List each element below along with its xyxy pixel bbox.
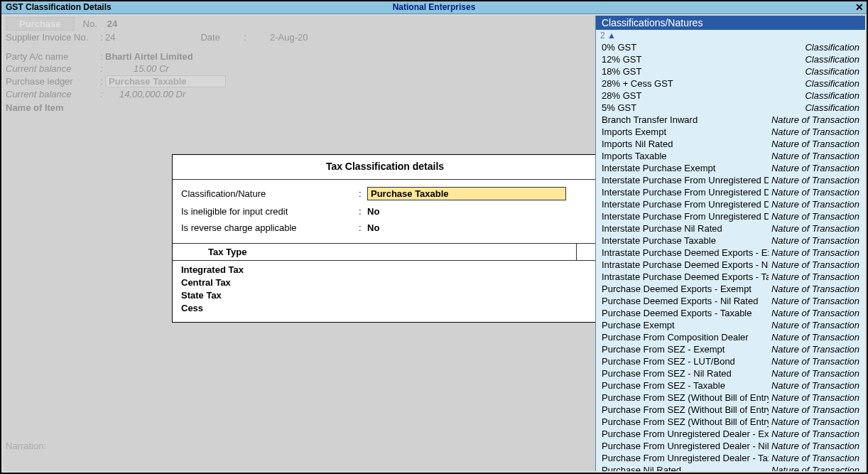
list-item[interactable]: Purchase From SEZ - ExemptNature of Tran… [596, 343, 865, 355]
reverse-value[interactable]: No [367, 222, 379, 233]
list-item[interactable]: Branch Transfer InwardNature of Transact… [596, 114, 865, 126]
ledger-value-box[interactable]: Purchase Taxable [105, 75, 226, 87]
tax-item: State Tax [181, 289, 589, 302]
list-item[interactable]: Purchase From SEZ - TaxableNature of Tra… [596, 379, 865, 392]
list-item[interactable]: Purchase Deemed Exports - Nil RatedNatur… [596, 295, 865, 307]
list-item[interactable]: Purchase Deemed Exports - ExemptNature o… [596, 283, 865, 295]
tax-list: Integrated TaxCentral TaxState TaxCess [173, 261, 597, 322]
list-item[interactable]: Purchase From SEZ (Without Bill of Entry… [596, 416, 865, 428]
list-item[interactable]: Purchase From SEZ (Without Bill of Entry… [596, 392, 865, 404]
list-item[interactable]: Purchase Deemed Exports - TaxableNature … [596, 307, 865, 319]
list-item[interactable]: Purchase From SEZ (Without Bill of Entry… [596, 404, 865, 416]
list-item-name: 12% GST [602, 53, 802, 65]
list-item-name: Imports Taxable [602, 150, 769, 162]
tax-item: Cess [181, 302, 589, 315]
list-item-name: 5% GST [602, 102, 802, 114]
list-item[interactable]: 5% GSTClassification [596, 102, 865, 114]
list-item-name: Purchase Nil Rated [602, 464, 769, 471]
list-item[interactable]: Imports TaxableNature of Transaction [596, 150, 865, 162]
list-item-name: Interstate Purchase Exempt [602, 162, 769, 174]
list-item-type: Nature of Transaction [771, 283, 859, 295]
date-value: 2-Aug-20 [270, 32, 308, 43]
list-item-name: Purchase From Unregistered Dealer - Nil … [602, 440, 769, 452]
list-item-name: Purchase Exempt [602, 319, 769, 331]
ineligible-label: Is ineligible for input credit [181, 206, 359, 217]
list-item-type: Nature of Transaction [771, 331, 859, 343]
classification-input[interactable]: Purchase Taxable [367, 187, 566, 200]
tax-item: Integrated Tax [181, 264, 589, 276]
list-item-type: Nature of Transaction [771, 198, 859, 210]
list-item-name: Intrastate Purchase Deemed Exports - Exe… [602, 247, 769, 259]
list-item[interactable]: 28% GSTClassification [596, 90, 865, 102]
classifications-list[interactable]: 0% GSTClassification12% GSTClassificatio… [596, 41, 865, 471]
list-item-name: Purchase From SEZ - Exempt [602, 343, 769, 355]
filter-row: 2 ▲ [596, 30, 865, 41]
list-item-name: Interstate Purchase From Unregistered De… [602, 186, 769, 198]
item-name-label: Name of Item [6, 102, 64, 113]
list-item-type: Nature of Transaction [771, 307, 859, 319]
list-item-type: Nature of Transaction [771, 186, 859, 198]
list-item-type: Nature of Transaction [771, 452, 859, 464]
list-item[interactable]: Interstate Purchase From Unregistered De… [596, 198, 865, 210]
list-item[interactable]: 28% + Cess GSTClassification [596, 77, 865, 90]
list-item-type: Nature of Transaction [771, 247, 859, 259]
list-item[interactable]: Interstate Purchase ExemptNature of Tran… [596, 162, 865, 174]
list-item-name: 0% GST [602, 41, 802, 53]
list-item-name: 18% GST [602, 65, 802, 77]
list-item[interactable]: Interstate Purchase From Unregistered De… [596, 186, 865, 198]
list-item-type: Nature of Transaction [771, 162, 859, 174]
list-item[interactable]: Interstate Purchase From Unregistered De… [596, 210, 865, 222]
list-item[interactable]: Purchase From Composition DealerNature o… [596, 331, 865, 343]
list-item[interactable]: 12% GSTClassification [596, 53, 865, 65]
list-item-name: Interstate Purchase From Unregistered De… [602, 174, 769, 186]
list-item-name: Intrastate Purchase Deemed Exports - Nil… [602, 259, 769, 271]
classifications-side-panel: Classifications/Natures 2 ▲ 0% GSTClassi… [595, 16, 865, 471]
list-item-type: Classification [805, 77, 859, 90]
list-item-type: Classification [805, 102, 859, 114]
list-item-type: Nature of Transaction [771, 416, 859, 428]
list-item[interactable]: Imports ExemptNature of Transaction [596, 126, 865, 138]
date-label: Date [200, 32, 219, 43]
list-item[interactable]: Intrastate Purchase Deemed Exports - Exe… [596, 247, 865, 259]
list-item[interactable]: Purchase ExemptNature of Transaction [596, 319, 865, 331]
list-item-type: Nature of Transaction [771, 404, 859, 416]
list-item-type: Nature of Transaction [771, 440, 859, 452]
list-item[interactable]: Purchase From SEZ - Nil RatedNature of T… [596, 367, 865, 379]
list-item-name: Purchase From SEZ - Taxable [602, 379, 769, 392]
title-center: National Enterprises [393, 1, 476, 13]
no-label: No. [83, 18, 97, 29]
list-item-name: Imports Exempt [602, 126, 769, 138]
list-item[interactable]: Purchase From Unregistered Dealer - Nil … [596, 440, 865, 452]
list-item[interactable]: 18% GSTClassification [596, 65, 865, 77]
list-item[interactable]: Interstate Purchase Nil RatedNature of T… [596, 222, 865, 235]
list-item-name: Interstate Purchase From Unregistered De… [602, 198, 769, 210]
list-item-type: Nature of Transaction [771, 319, 859, 331]
list-item[interactable]: Interstate Purchase From Unregistered De… [596, 174, 865, 186]
list-item-name: Branch Transfer Inward [602, 114, 769, 126]
ineligible-value[interactable]: No [367, 206, 379, 217]
close-icon[interactable]: ✕ [855, 1, 864, 13]
list-item[interactable]: Purchase From Unregistered Dealer - Exem… [596, 428, 865, 440]
tax-type-header: Tax Type [173, 243, 597, 261]
voucher-type-button[interactable]: Purchase [6, 17, 75, 31]
list-item-name: Purchase From SEZ (Without Bill of Entry… [602, 416, 769, 428]
list-item-type: Nature of Transaction [771, 392, 859, 404]
list-item-type: Classification [805, 65, 859, 77]
cur-bal-label2: Current balance [6, 89, 98, 99]
list-item-type: Nature of Transaction [771, 138, 859, 150]
list-item-type: Nature of Transaction [771, 379, 859, 392]
list-item-name: Purchase From Unregistered Dealer - Taxa… [602, 452, 769, 464]
list-item[interactable]: 0% GSTClassification [596, 41, 865, 53]
list-item[interactable]: Imports Nil RatedNature of Transaction [596, 138, 865, 150]
list-item[interactable]: Intrastate Purchase Deemed Exports - Nil… [596, 259, 865, 271]
list-item-type: Classification [805, 90, 859, 102]
list-item[interactable]: Purchase Nil RatedNature of Transaction [596, 464, 865, 471]
list-item-type: Nature of Transaction [771, 235, 859, 247]
list-item[interactable]: Interstate Purchase TaxableNature of Tra… [596, 235, 865, 247]
list-item[interactable]: Purchase From Unregistered Dealer - Taxa… [596, 452, 865, 464]
list-item[interactable]: Purchase From SEZ - LUT/BondNature of Tr… [596, 355, 865, 367]
list-item[interactable]: Intrastate Purchase Deemed Exports - Tax… [596, 271, 865, 283]
party-value: Bharti Airtel Limited [105, 51, 193, 62]
list-item-type: Nature of Transaction [771, 295, 859, 307]
title-left: GST Classification Details [1, 1, 112, 14]
